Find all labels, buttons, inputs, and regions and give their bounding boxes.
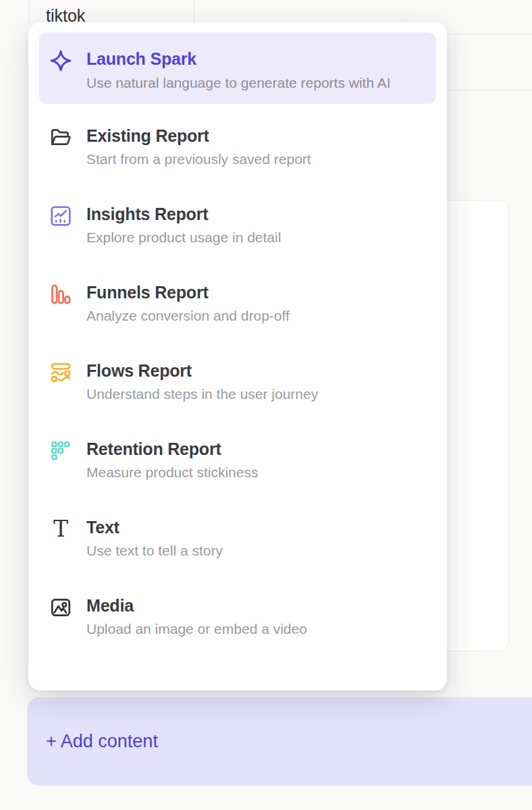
board-page: tiktok + Add content Launch Spark Use na…: [0, 0, 532, 810]
add-content-menu: Launch Spark Use natural language to gen…: [28, 22, 447, 691]
menu-item-description: Understand steps in the user journey: [86, 385, 318, 404]
menu-item-funnels-report[interactable]: Funnels Report Analyze conversion and dr…: [39, 282, 436, 325]
menu-item-description: Explore product usage in detail: [86, 228, 281, 247]
menu-item-insights-report[interactable]: Insights Report Explore product usage in…: [39, 204, 436, 247]
funnel-bars-icon: [49, 282, 73, 306]
menu-item-title: Existing Report: [86, 126, 311, 146]
menu-item-description: Analyze conversion and drop-off: [86, 306, 290, 325]
menu-item-existing-report[interactable]: Existing Report Start from a previously …: [39, 126, 436, 169]
menu-item-title: Launch Spark: [86, 49, 391, 69]
menu-item-description: Measure product stickiness: [86, 463, 258, 482]
menu-item-title: Retention Report: [86, 439, 258, 459]
menu-item-description: Use text to tell a story: [86, 541, 223, 560]
menu-item-text[interactable]: T Text Use text to tell a story: [39, 517, 436, 560]
menu-item-launch-spark[interactable]: Launch Spark Use natural language to gen…: [39, 32, 436, 104]
flows-icon: [49, 360, 73, 385]
background-column-divider: [29, 0, 30, 26]
menu-item-title: Insights Report: [86, 204, 281, 224]
background-row-divider: [446, 34, 532, 34]
retention-grid-icon: [49, 439, 73, 463]
menu-item-media[interactable]: Media Upload an image or embed a video: [39, 595, 436, 639]
text-icon: T: [49, 517, 73, 541]
media-icon: [49, 595, 73, 620]
folder-open-icon: [49, 126, 73, 150]
menu-item-title: Media: [86, 595, 307, 616]
menu-item-description: Upload an image or embed a video: [86, 620, 307, 639]
menu-item-description: Use natural language to generate reports…: [86, 73, 391, 93]
menu-item-retention-report[interactable]: Retention Report Measure product stickin…: [39, 439, 436, 482]
menu-item-title: Funnels Report: [86, 282, 290, 302]
menu-item-description: Start from a previously saved report: [86, 150, 311, 169]
line-chart-icon: [49, 204, 73, 228]
menu-item-list: Existing Report Start from a previously …: [39, 126, 436, 639]
menu-item-flows-report[interactable]: Flows Report Understand steps in the use…: [39, 360, 436, 404]
menu-item-title: Text: [86, 517, 223, 537]
menu-item-title: Flows Report: [86, 360, 318, 381]
background-row-divider: [446, 90, 532, 90]
spark-icon: [49, 49, 73, 73]
add-content-button[interactable]: + Add content: [27, 697, 532, 786]
add-content-label: + Add content: [46, 730, 158, 752]
